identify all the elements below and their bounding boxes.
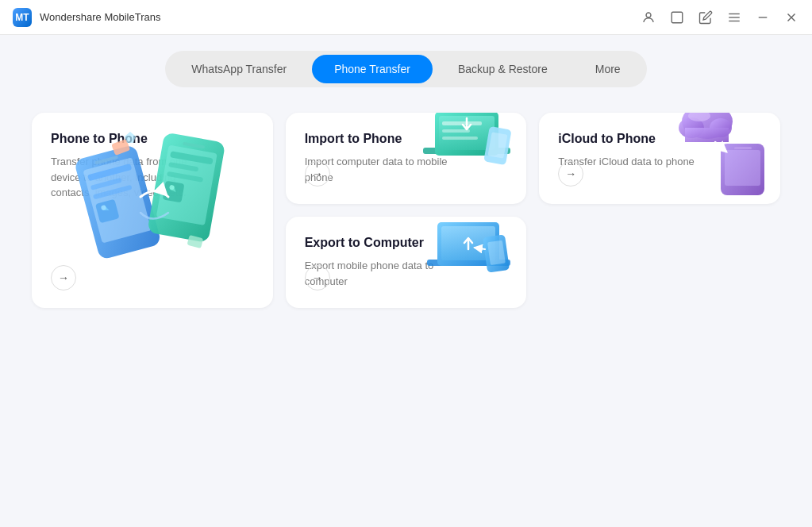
card-phone-to-phone[interactable]: Phone to Phone Transfer phone data from …: [32, 113, 273, 308]
tab-more[interactable]: More: [573, 55, 643, 83]
window-icon[interactable]: [669, 10, 685, 25]
app-title: Wondershare MobileTrans: [40, 11, 160, 23]
menu-icon[interactable]: [726, 10, 742, 25]
tab-phone[interactable]: Phone Transfer: [312, 55, 433, 83]
export-illustration: [415, 217, 518, 295]
card-icloud-to-phone[interactable]: iCloud to Phone Transfer iCloud data to …: [539, 113, 780, 204]
card-phone-to-phone-arrow[interactable]: →: [51, 265, 76, 290]
tab-backup[interactable]: Backup & Restore: [436, 55, 570, 83]
titlebar-left: MT Wondershare MobileTrans: [13, 8, 160, 27]
svg-rect-23: [163, 181, 185, 203]
app-icon: MT: [13, 8, 32, 27]
svg-rect-49: [487, 240, 506, 265]
svg-point-0: [646, 13, 651, 17]
cards-grid: Phone to Phone Transfer phone data from …: [32, 113, 780, 308]
person-icon[interactable]: [641, 10, 656, 25]
card-export-to-computer[interactable]: Export to Computer Export mobile phone d…: [286, 217, 527, 308]
edit-icon[interactable]: [698, 10, 714, 25]
svg-rect-33: [442, 129, 470, 133]
nav-tabs: WhatsApp Transfer Phone Transfer Backup …: [165, 51, 646, 87]
card-icloud-arrow[interactable]: →: [558, 161, 583, 187]
card-export-arrow[interactable]: →: [305, 265, 330, 290]
main-content: WhatsApp Transfer Phone Transfer Backup …: [0, 35, 812, 527]
svg-rect-39: [734, 147, 752, 149]
titlebar: MT Wondershare MobileTrans: [0, 0, 812, 35]
svg-rect-34: [442, 137, 478, 140]
close-icon[interactable]: [783, 10, 799, 25]
import-illustration: [415, 113, 518, 191]
card-import-arrow[interactable]: →: [305, 161, 330, 187]
titlebar-controls: [641, 10, 799, 25]
svg-rect-1: [672, 12, 683, 23]
tab-whatsapp[interactable]: WhatsApp Transfer: [169, 55, 309, 83]
card-import-to-phone[interactable]: Import to Phone Import computer data to …: [286, 113, 527, 204]
phone-to-phone-illustration: [65, 113, 240, 260]
svg-rect-38: [725, 150, 760, 186]
minimize-icon[interactable]: [755, 10, 771, 25]
svg-rect-43: [685, 128, 729, 142]
icloud-illustration: [669, 113, 772, 191]
